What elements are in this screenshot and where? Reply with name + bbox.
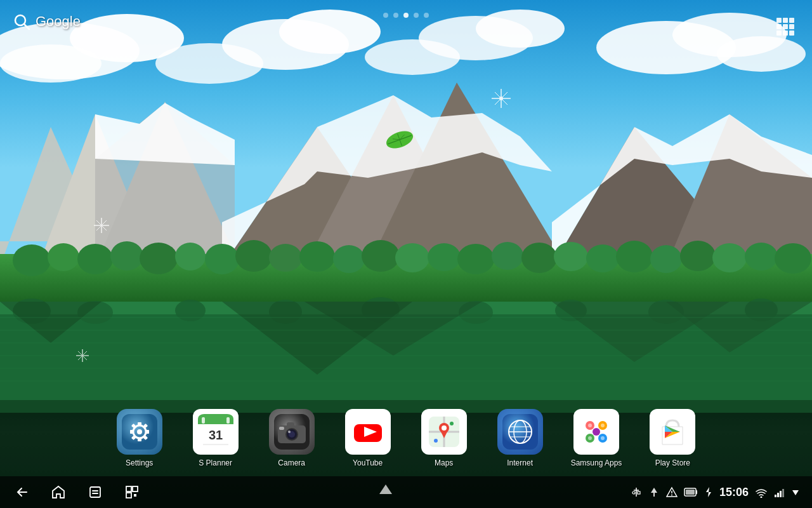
- charging-icon: [704, 486, 713, 498]
- camera-label: Camera: [278, 458, 305, 467]
- warning-icon: [666, 486, 678, 498]
- svg-point-50: [680, 241, 716, 271]
- svg-point-39: [333, 245, 365, 273]
- home-button[interactable]: [49, 483, 67, 501]
- status-icons: 15:06: [631, 486, 799, 499]
- svg-rect-100: [776, 24, 782, 29]
- svg-point-34: [175, 243, 206, 271]
- nav-icons: [13, 483, 141, 501]
- svg-point-29: [13, 244, 51, 276]
- svg-rect-121: [226, 417, 230, 424]
- svg-point-52: [745, 243, 778, 271]
- google-search-bar[interactable]: Google: [13, 13, 81, 30]
- screenshot-button[interactable]: [123, 483, 141, 501]
- signal-down-icon: [792, 486, 799, 498]
- page-dot-5[interactable]: [424, 13, 429, 18]
- maps-app[interactable]: Maps: [419, 409, 469, 467]
- svg-point-33: [140, 243, 178, 274]
- svg-text:31: 31: [209, 428, 223, 442]
- svg-rect-130: [279, 427, 284, 430]
- internet-icon: [497, 409, 543, 455]
- svg-rect-120: [202, 417, 205, 424]
- svg-point-142: [434, 439, 438, 443]
- internet-label: Internet: [507, 458, 533, 467]
- svg-point-47: [586, 244, 619, 272]
- svg-point-179: [760, 497, 762, 498]
- grid-icon: [775, 17, 796, 37]
- svg-rect-103: [776, 30, 782, 36]
- nav-center-button[interactable]: [376, 481, 395, 503]
- svg-rect-180: [775, 495, 776, 497]
- svg-rect-104: [783, 30, 788, 36]
- svg-rect-162: [92, 490, 98, 491]
- youtube-icon: [345, 409, 391, 455]
- page-dot-3[interactable]: [403, 13, 409, 18]
- clock: 15:06: [719, 486, 749, 499]
- page-indicators: [383, 13, 429, 18]
- svg-point-171: [632, 491, 635, 494]
- svg-point-11: [155, 43, 263, 84]
- svg-rect-183: [782, 489, 784, 497]
- play-store-app[interactable]: Play Store: [647, 409, 698, 467]
- svg-point-53: [775, 243, 811, 274]
- svg-rect-97: [776, 18, 782, 23]
- svg-point-43: [457, 244, 494, 274]
- svg-point-159: [601, 436, 605, 440]
- svg-point-157: [601, 424, 605, 427]
- svg-point-108: [137, 429, 142, 434]
- svg-point-10: [717, 36, 806, 72]
- status-bar: 15:06: [0, 476, 812, 508]
- svg-marker-184: [792, 490, 799, 495]
- page-dot-4[interactable]: [414, 13, 419, 18]
- recents-button[interactable]: [86, 483, 104, 501]
- svg-point-158: [588, 436, 592, 440]
- svg-point-46: [554, 242, 588, 271]
- svg-rect-178: [686, 490, 695, 495]
- app-dock: Settings 31 S Planner: [0, 400, 812, 476]
- svg-marker-168: [379, 485, 392, 494]
- recycle-icon: [648, 486, 660, 498]
- svg-rect-164: [126, 486, 131, 491]
- svg-rect-181: [777, 493, 779, 497]
- splanner-app[interactable]: 31 S Planner: [190, 409, 241, 467]
- svg-point-42: [428, 243, 461, 271]
- svg-rect-112: [145, 430, 149, 434]
- svg-rect-163: [92, 493, 98, 494]
- google-label: Google: [36, 13, 81, 30]
- youtube-app[interactable]: YouTube: [343, 409, 393, 467]
- app-drawer-button[interactable]: [771, 13, 799, 41]
- wifi-icon: [755, 486, 768, 498]
- svg-point-129: [288, 431, 291, 433]
- svg-point-7: [476, 10, 565, 48]
- play-store-icon: [650, 409, 695, 455]
- svg-line-96: [24, 24, 29, 29]
- page-dot-2[interactable]: [393, 13, 398, 18]
- play-store-label: Play Store: [655, 458, 690, 467]
- up-arrow-icon: [376, 481, 395, 500]
- usb-icon: [631, 486, 642, 498]
- svg-rect-102: [789, 24, 794, 29]
- maps-icon: [421, 409, 467, 455]
- svg-rect-161: [90, 487, 100, 497]
- svg-rect-109: [138, 422, 141, 426]
- svg-point-156: [588, 424, 592, 427]
- svg-rect-165: [133, 486, 138, 491]
- svg-point-175: [671, 495, 672, 496]
- internet-app[interactable]: Internet: [495, 409, 546, 467]
- settings-app[interactable]: Settings: [114, 409, 165, 467]
- svg-point-38: [299, 241, 335, 272]
- screenshot-icon: [124, 485, 140, 500]
- samsung-apps-app[interactable]: Samsung Apps: [571, 409, 622, 467]
- svg-point-32: [110, 241, 143, 271]
- svg-point-36: [235, 240, 272, 272]
- camera-app[interactable]: Camera: [266, 409, 317, 467]
- svg-point-31: [77, 244, 113, 274]
- back-button[interactable]: [13, 483, 30, 501]
- svg-rect-110: [138, 438, 141, 441]
- page-dot-1[interactable]: [383, 13, 388, 18]
- svg-point-3: [0, 44, 102, 83]
- svg-rect-101: [783, 24, 788, 29]
- svg-point-44: [492, 242, 523, 270]
- svg-rect-98: [783, 18, 788, 23]
- search-icon: [13, 13, 30, 30]
